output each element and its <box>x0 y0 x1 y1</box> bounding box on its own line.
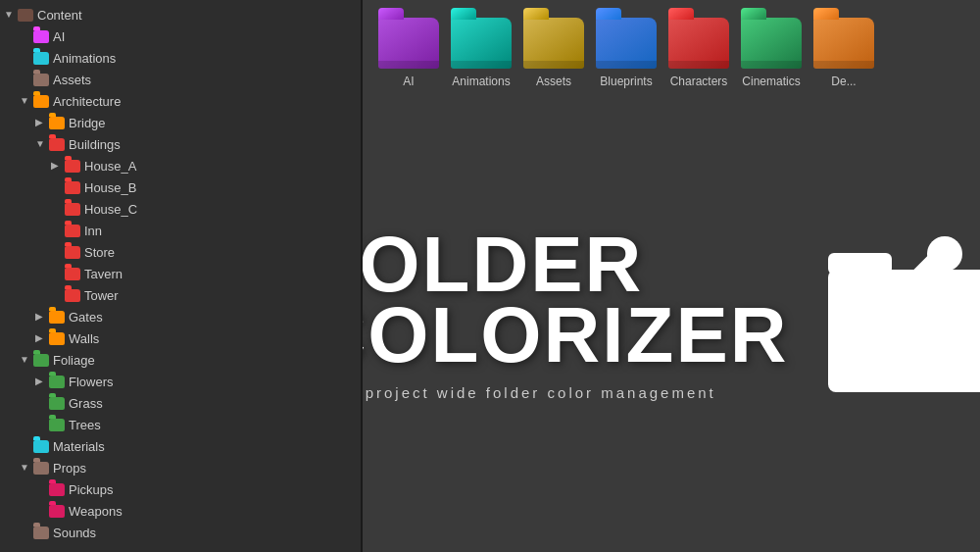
folder-icon <box>49 332 65 345</box>
arrow-icon <box>20 527 31 538</box>
tree-item-animations[interactable]: Animations <box>0 47 361 69</box>
promo-text-block: FOLDER COLORIZER quick project wide fold… <box>363 229 789 401</box>
tree-item-flowers[interactable]: Flowers <box>0 371 361 392</box>
folder-icon <box>33 52 49 65</box>
tree-item-label: House_A <box>84 159 136 174</box>
folder-icon <box>65 225 80 237</box>
promo-title-folder: FOLDER <box>363 229 789 300</box>
arrow-icon <box>20 52 31 64</box>
tree-item-assets[interactable]: Assets <box>0 69 361 90</box>
tree-item-tower[interactable]: Tower <box>0 284 361 306</box>
arrow-icon <box>20 74 31 85</box>
folder-icon <box>65 181 80 194</box>
folder-icon <box>33 354 49 367</box>
tree-item-props[interactable]: Props <box>0 457 361 478</box>
folder-3d-ai[interactable]: AI <box>378 18 439 88</box>
folder-icon <box>33 30 49 43</box>
folder-3d-icon <box>596 18 657 69</box>
tree-item-trees[interactable]: Trees <box>0 414 361 435</box>
tree-item-label: Inn <box>84 224 102 238</box>
folder-icon <box>33 95 49 108</box>
left-panel: Content AIAnimationsAssetsArchitectureBr… <box>0 0 363 552</box>
folder-icon <box>49 138 65 151</box>
arrow-icon <box>20 30 31 42</box>
folders-container: AIAnimationsAssetsBlueprintsCharactersCi… <box>378 18 874 88</box>
arrow-icon <box>35 117 47 128</box>
folder-icon <box>18 9 33 22</box>
tree-item-buildings[interactable]: Buildings <box>0 133 361 155</box>
tree-item-inn[interactable]: Inn <box>0 220 361 241</box>
tree-item-walls[interactable]: Walls <box>0 327 361 349</box>
folder-3d-characters[interactable]: Characters <box>668 18 729 88</box>
tree-item-label: Weapons <box>69 504 122 519</box>
tree-item-weapons[interactable]: Weapons <box>0 500 361 522</box>
arrow-icon <box>35 419 47 430</box>
arrow-icon <box>51 225 63 236</box>
tree-item-label: Assets <box>53 73 91 87</box>
tree-item-gates[interactable]: Gates <box>0 306 361 327</box>
folder-icon <box>49 397 65 410</box>
arrow-icon <box>20 354 31 366</box>
folder-3d-icon <box>523 18 584 69</box>
tree-item-label: Foliage <box>53 353 95 368</box>
folder-icon <box>49 419 65 431</box>
folder-icon <box>65 268 80 280</box>
tree-items-container: AIAnimationsAssetsArchitectureBridgeBuil… <box>0 25 361 543</box>
tree-item-label: Gates <box>69 310 103 325</box>
folder-3d-label: Blueprints <box>600 75 652 88</box>
tree-item-label: Animations <box>53 51 116 66</box>
tree-item-label: Materials <box>53 439 105 454</box>
folder-icon <box>33 527 49 539</box>
tree-item-foliage[interactable]: Foliage <box>0 349 361 371</box>
tree-item-house-c[interactable]: House_C <box>0 198 361 220</box>
tree-item-label: Walls <box>69 331 99 346</box>
folder-3d-de...[interactable]: De... <box>813 18 874 88</box>
tree-item-house-b[interactable]: House_B <box>0 176 361 198</box>
folder-icon <box>65 203 80 216</box>
arrow-icon <box>35 311 47 323</box>
folder-3d-label: Characters <box>670 75 728 88</box>
tree-item-sounds[interactable]: Sounds <box>0 522 361 543</box>
folder-icon <box>33 440 49 453</box>
promo-content: FOLDER COLORIZER quick project wide fold… <box>363 216 980 416</box>
tree-item-tavern[interactable]: Tavern <box>0 263 361 284</box>
tree-item-label: Content <box>37 8 82 23</box>
tree-item-materials[interactable]: Materials <box>0 435 361 457</box>
folder-3d-label: De... <box>831 75 856 88</box>
arrow-icon <box>35 483 47 495</box>
arrow-icon <box>35 505 47 517</box>
folder-3d-animations[interactable]: Animations <box>451 18 512 88</box>
arrow-icon <box>35 332 47 344</box>
tree-item-architecture[interactable]: Architecture <box>0 90 361 112</box>
tree-item-store[interactable]: Store <box>0 241 361 263</box>
promo-subtitle: quick project wide folder color manageme… <box>363 384 789 401</box>
promo-title-colorizer: COLORIZER <box>363 300 789 371</box>
folder-3d-icon <box>668 18 729 69</box>
tree-item-bridge[interactable]: Bridge <box>0 112 361 133</box>
folder-3d-cinematics[interactable]: Cinematics <box>741 18 802 88</box>
tree-item-label: AI <box>53 29 65 44</box>
arrow-icon <box>51 203 63 215</box>
arrow-icon <box>51 246 63 258</box>
tree-item-pickups[interactable]: Pickups <box>0 478 361 500</box>
folder-3d-blueprints[interactable]: Blueprints <box>596 18 657 88</box>
folder-icon <box>49 117 65 129</box>
tree-root[interactable]: Content <box>0 4 361 25</box>
folder-3d-assets[interactable]: Assets <box>523 18 584 88</box>
tree-item-house-a[interactable]: House_A <box>0 155 361 176</box>
arrow-icon <box>20 95 31 107</box>
folder-icon <box>65 160 80 173</box>
tree-item-label: House_B <box>84 180 136 195</box>
arrow-icon <box>35 376 47 387</box>
folder-icon <box>49 505 65 518</box>
tree-container[interactable]: Content AIAnimationsAssetsArchitectureBr… <box>0 0 361 552</box>
folder-icon <box>49 376 65 388</box>
tree-item-ai[interactable]: AI <box>0 25 361 47</box>
folder-3d-label: Animations <box>452 75 510 88</box>
folders-row: AIAnimationsAssetsBlueprintsCharactersCi… <box>363 0 980 88</box>
tree-item-grass[interactable]: Grass <box>0 392 361 414</box>
folder-icon <box>33 74 49 86</box>
folder-icon <box>65 246 80 259</box>
arrow-icon <box>51 289 63 301</box>
arrow-icon <box>35 397 47 409</box>
